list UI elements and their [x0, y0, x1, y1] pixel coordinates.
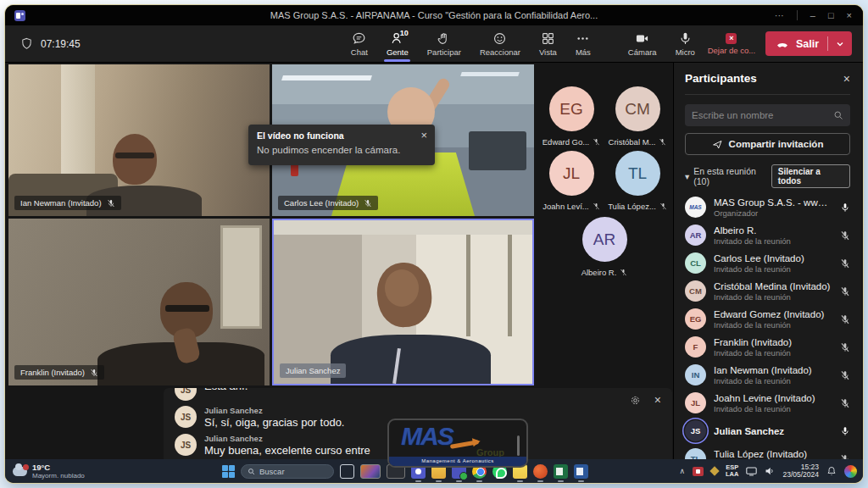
video-frame: [8, 219, 270, 385]
mic-muted-icon: [840, 258, 850, 269]
avatar-tile-tulia[interactable]: TL Tulia López...: [605, 151, 670, 211]
video-tile-ian[interactable]: Ian Newman (Invitado): [8, 64, 270, 216]
video-tile-franklin[interactable]: Franklin (Invitado): [8, 219, 270, 385]
notification-title: El vídeo no funciona: [257, 130, 426, 141]
camera-button[interactable]: Cámara: [619, 25, 666, 63]
mic-muted-icon: [593, 202, 600, 210]
caption-row: JS Está ahí.: [164, 388, 672, 403]
avatar-tile-edward[interactable]: EG Edward Go...: [539, 86, 604, 147]
mic-muted-icon: [840, 398, 850, 408]
avatar: IN: [685, 364, 706, 385]
close-panel-icon[interactable]: ×: [843, 72, 850, 86]
view-button[interactable]: Vista: [530, 25, 566, 63]
display-icon[interactable]: [746, 467, 757, 476]
participant-row-active-speaker[interactable]: JS Julian Sanchez: [685, 417, 850, 445]
mic-muted-icon: [90, 369, 98, 377]
avatar: CL: [685, 252, 706, 274]
minimize-button[interactable]: –: [810, 10, 815, 20]
avatar: JS: [175, 434, 197, 456]
avatar-tile-joahn[interactable]: JL Joahn Leví...: [539, 151, 604, 211]
window-thumbnail[interactable]: [360, 464, 381, 479]
keyboard-language[interactable]: ESP LAA: [726, 464, 738, 478]
mic-button[interactable]: Micro: [666, 25, 704, 63]
maximize-button[interactable]: □: [828, 10, 834, 20]
raised-hand-icon: [437, 31, 451, 46]
mic-icon: [678, 31, 693, 46]
participant-row[interactable]: IN Ian Newman (Invitado) Invitado de la …: [685, 361, 850, 389]
participant-row[interactable]: CL Carlos Lee (Invitado) Invitado de la …: [685, 249, 850, 277]
shield-icon: [20, 37, 33, 50]
caret-down-icon: ▾: [685, 171, 689, 181]
chat-button[interactable]: Chat: [342, 25, 377, 63]
panel-title: Participantes: [685, 72, 757, 85]
people-button[interactable]: 10 Gente: [377, 25, 418, 63]
avatar: JS: [685, 420, 706, 441]
caption-text: Sí, sí, oiga, gracias por todo.: [204, 416, 344, 429]
caption-author: Julian Sanchez: [204, 406, 344, 415]
start-button[interactable]: [222, 465, 235, 478]
powerpoint-icon[interactable]: [533, 464, 548, 479]
avatar: F: [685, 336, 706, 358]
raise-hand-button[interactable]: Participar: [418, 25, 470, 63]
avatar: AR: [582, 217, 627, 262]
participant-search-input[interactable]: [692, 110, 833, 120]
tray-expand-icon[interactable]: ∧: [679, 467, 685, 475]
stop-sharing-button[interactable]: × Dejar de co...: [704, 25, 759, 63]
avatar-tile-albeiro[interactable]: AR Albeiro R.: [572, 217, 637, 277]
weather-widget[interactable]: 19°C Mayorm. nublado: [13, 463, 85, 480]
participant-row[interactable]: CM Cristóbal Medina (Invitado) Invitado …: [685, 277, 850, 305]
recorder-tray-icon[interactable]: [693, 467, 704, 476]
mic-muted-icon: [840, 230, 850, 241]
participant-search[interactable]: [685, 104, 850, 126]
color-wheel-icon[interactable]: [844, 465, 857, 478]
avatar: CM: [615, 86, 660, 131]
video-tile-julian-active-speaker[interactable]: Julian Sanchez: [272, 219, 534, 385]
volume-icon[interactable]: [765, 466, 775, 476]
avatar: JS: [175, 406, 197, 428]
mic-muted-icon: [659, 138, 666, 146]
leave-meeting-button[interactable]: Salir: [765, 31, 852, 56]
window-more-button[interactable]: ···: [775, 10, 784, 20]
gear-icon[interactable]: [630, 395, 641, 406]
hangup-phone-icon: [776, 37, 789, 51]
participant-list: MAS MAS Group S.A.S. - www.mas-g... Orga…: [685, 193, 850, 473]
notification-bell-icon[interactable]: [826, 466, 837, 476]
avatar: CM: [685, 280, 706, 302]
mic-on-icon: [840, 426, 850, 436]
share-invitation-button[interactable]: Compartir invitación: [685, 133, 850, 155]
mic-muted-icon: [840, 342, 850, 352]
participant-row[interactable]: EG Edward Gomez (Invitado) Invitado de l…: [685, 305, 850, 333]
clock[interactable]: 15:23 23/05/2024: [782, 463, 819, 480]
video-error-notification: El vídeo no funciona No pudimos encender…: [248, 125, 435, 165]
meeting-timer: 07:19:45: [41, 38, 81, 50]
notification-body: No pudimos encender la cámara.: [257, 145, 426, 155]
divider: [797, 10, 798, 20]
chevron-down-icon[interactable]: [828, 40, 852, 48]
avatar-tile-cristobal[interactable]: CM Cristóbal M...: [605, 86, 670, 147]
close-button[interactable]: ×: [847, 10, 852, 20]
mic-on-icon: [840, 202, 850, 213]
participant-row[interactable]: F Franklin (Invitado) Invitado de la reu…: [685, 333, 850, 361]
section-in-this-meeting[interactable]: ▾ En esta reunión (10): [685, 166, 771, 186]
participant-row[interactable]: AR Albeiro R. Invitado de la reunión: [685, 221, 850, 249]
more-button[interactable]: Más: [566, 25, 600, 63]
taskbar-search-input[interactable]: [259, 467, 327, 476]
close-notification-icon[interactable]: ×: [420, 129, 427, 141]
mute-all-button[interactable]: Silenciar a todos: [771, 164, 850, 188]
participant-row[interactable]: JL Joahn Levine (Invitado) Invitado de l…: [685, 389, 850, 417]
react-button[interactable]: Reaccionar: [470, 25, 530, 63]
people-count-badge: 10: [400, 29, 409, 37]
participant-row[interactable]: MAS MAS Group S.A.S. - www.mas-g... Orga…: [685, 193, 850, 221]
avatar: EG: [549, 86, 594, 131]
word-icon[interactable]: [574, 464, 588, 479]
caption-text: Muy buena, excelente curso entre: [204, 444, 370, 457]
mic-muted-icon: [659, 202, 667, 210]
avatar: JL: [549, 151, 594, 196]
task-view-icon[interactable]: [340, 464, 354, 479]
taskbar-search[interactable]: [241, 464, 334, 479]
close-captions-icon[interactable]: ×: [654, 393, 661, 407]
tray-app-icon[interactable]: [709, 466, 719, 475]
cloud-icon: [13, 467, 27, 476]
avatar: AR: [685, 225, 706, 246]
excel-icon[interactable]: [554, 464, 568, 479]
